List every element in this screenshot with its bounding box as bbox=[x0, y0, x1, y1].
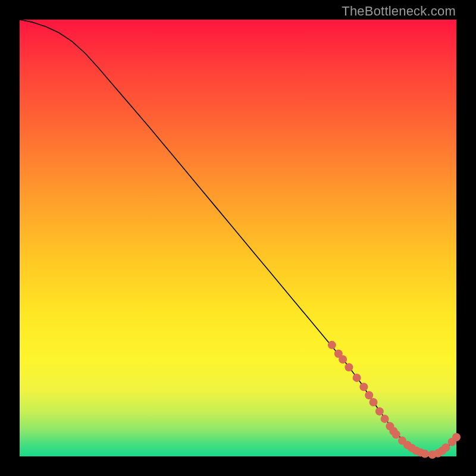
data-point bbox=[365, 391, 373, 399]
chart-canvas: TheBottleneck.com bbox=[0, 0, 476, 476]
data-point bbox=[441, 443, 450, 452]
data-point bbox=[452, 433, 461, 441]
data-point bbox=[339, 355, 347, 364]
chart-overlay bbox=[20, 20, 456, 456]
data-points-group bbox=[328, 341, 461, 459]
data-point bbox=[392, 430, 400, 439]
data-point bbox=[381, 415, 389, 423]
data-point bbox=[421, 450, 429, 458]
watermark-text: TheBottleneck.com bbox=[342, 4, 456, 19]
data-point bbox=[353, 374, 361, 382]
bottleneck-curve bbox=[20, 20, 456, 455]
data-point bbox=[369, 398, 378, 406]
data-point bbox=[328, 341, 336, 349]
data-point bbox=[345, 363, 353, 371]
data-point bbox=[359, 383, 368, 391]
data-point bbox=[375, 407, 384, 415]
